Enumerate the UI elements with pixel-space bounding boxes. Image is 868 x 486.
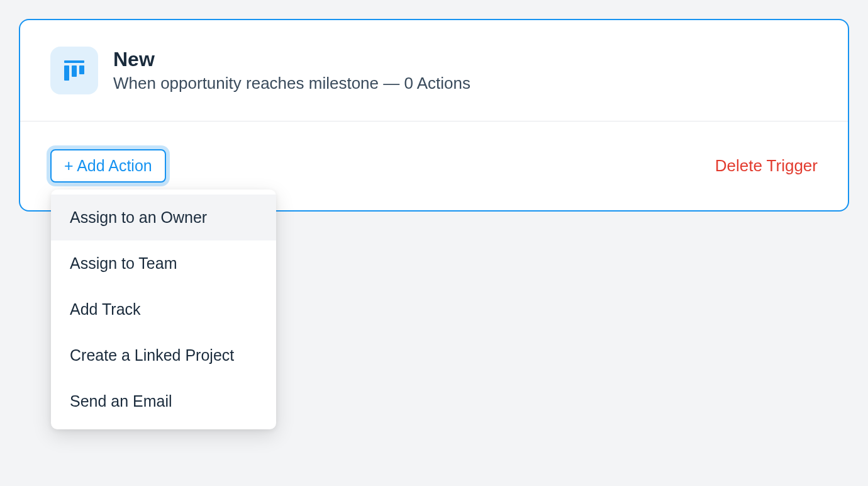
trigger-card-body: + Add Action Delete Trigger Assign to an…	[20, 122, 848, 210]
dropdown-item-assign-team[interactable]: Assign to Team	[51, 240, 276, 286]
action-dropdown: Assign to an Owner Assign to Team Add Tr…	[51, 189, 276, 429]
trigger-title: New	[113, 48, 470, 71]
svg-rect-3	[79, 65, 84, 74]
trigger-title-block: New When opportunity reaches milestone —…	[113, 48, 470, 93]
delete-trigger-button[interactable]: Delete Trigger	[715, 156, 818, 176]
dropdown-item-send-email[interactable]: Send an Email	[51, 378, 276, 424]
svg-rect-2	[72, 65, 77, 77]
add-action-button[interactable]: + Add Action	[50, 149, 166, 183]
svg-rect-1	[64, 65, 69, 81]
kanban-icon	[50, 47, 98, 94]
trigger-card: New When opportunity reaches milestone —…	[19, 19, 849, 212]
dropdown-item-assign-owner[interactable]: Assign to an Owner	[51, 195, 276, 240]
trigger-subtitle: When opportunity reaches milestone — 0 A…	[113, 74, 470, 93]
trigger-card-header: New When opportunity reaches milestone —…	[20, 20, 848, 122]
dropdown-item-create-linked-project[interactable]: Create a Linked Project	[51, 332, 276, 378]
svg-rect-0	[64, 60, 84, 63]
dropdown-item-add-track[interactable]: Add Track	[51, 286, 276, 332]
